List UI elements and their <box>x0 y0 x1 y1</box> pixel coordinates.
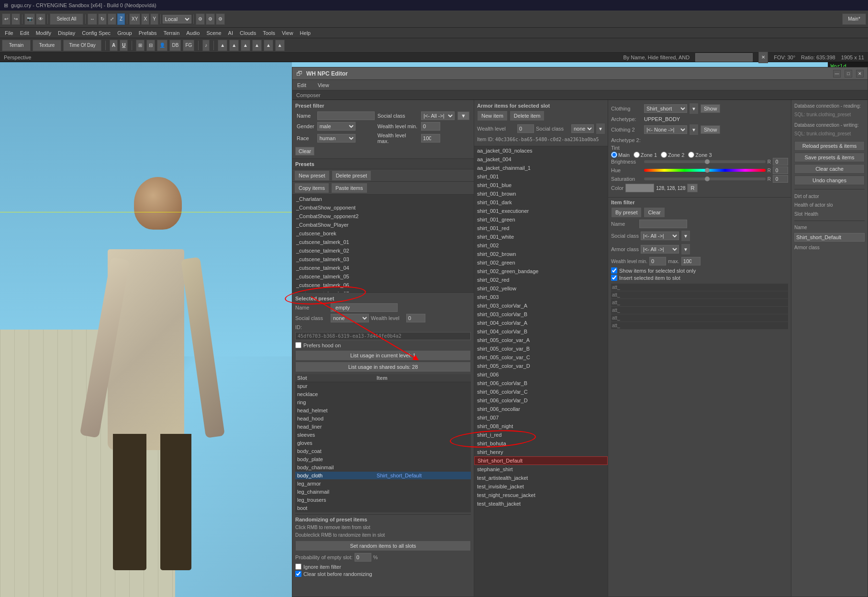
armor-list-item[interactable]: shirt_002 <box>474 241 608 250</box>
armor-social-dropdown[interactable]: ▼ <box>596 123 605 134</box>
brightness-value[interactable] <box>773 158 788 166</box>
delete-item-btn[interactable]: Delete item <box>510 111 545 121</box>
armor-list-item[interactable]: shirt_008_night <box>474 422 608 431</box>
search-input[interactable] <box>695 53 753 62</box>
db-btn[interactable]: DB <box>169 40 181 51</box>
armor-list-item[interactable]: test_stealth_jacket <box>474 499 608 508</box>
preset-list-item[interactable]: _cutscene_talmerk_03 <box>292 255 474 264</box>
select-all-btn[interactable]: Select All <box>50 13 83 25</box>
preset-list-item[interactable]: _CombatShow_Player <box>292 221 474 229</box>
slot-table-row[interactable]: gloves <box>295 439 471 447</box>
redo-btn[interactable]: ↪ <box>11 13 20 25</box>
armor-list-item[interactable]: shirt_003_colorVar_A <box>474 301 608 310</box>
tint-zone3-radio[interactable] <box>688 152 694 158</box>
preset-list-item[interactable]: _cutscene_talmerk_01 <box>292 238 474 246</box>
x-btn[interactable]: X <box>141 13 149 25</box>
armor-list-item[interactable]: shirt_001_white <box>474 232 608 241</box>
armor-list-item[interactable]: shirt_002_yellow <box>474 284 608 293</box>
slot-table-row[interactable]: necklace <box>295 390 471 398</box>
clothing-dropdown[interactable]: ▼ <box>689 103 699 114</box>
reload-presets-btn[interactable]: Reload presets & items <box>794 141 865 151</box>
terrain-tool1[interactable]: A <box>110 40 118 51</box>
menu-modify[interactable]: Modify <box>33 28 54 38</box>
menu-display[interactable]: Display <box>55 28 78 38</box>
camera-btn[interactable]: 📷 <box>24 13 35 25</box>
menu-tools[interactable]: Tools <box>260 28 278 38</box>
xy-btn[interactable]: XY <box>129 13 140 25</box>
prob-value-input[interactable] <box>355 553 371 562</box>
coord-space-select[interactable]: Local <box>163 15 191 23</box>
filter-clear-btn[interactable]: Clear <box>295 147 314 155</box>
preset-list-item[interactable]: _CombatShow_opponent <box>292 203 474 212</box>
armor-name-input[interactable] <box>794 233 865 242</box>
slot-table-row[interactable]: body_clothShirt_short_Default <box>295 472 471 480</box>
search-btn[interactable]: ✕ <box>758 52 768 63</box>
list-usage-btn[interactable]: List usage in current level: 1 <box>295 350 471 361</box>
clothing2-select[interactable]: |<- None ->| <box>644 125 687 134</box>
slot-table-row[interactable]: boot <box>295 504 471 512</box>
slot-table-row[interactable]: body_chainmail <box>295 464 471 472</box>
armor-list-item[interactable]: shirt_006_colorVar_B <box>474 379 608 387</box>
new-item-btn[interactable]: New item <box>477 111 508 121</box>
npc-editor-close[interactable]: ✕ <box>856 70 864 77</box>
armor-list-item[interactable]: test_invisible_jacket <box>474 482 608 491</box>
terrain-btn[interactable]: Terrain <box>2 40 31 51</box>
social-class-filter-select[interactable]: |<- All ->| <box>421 111 455 120</box>
armor-social-select[interactable]: none <box>571 124 594 133</box>
if-armor-class-select[interactable]: |<- All ->| <box>641 245 679 254</box>
delete-preset-btn[interactable]: Delete preset <box>332 170 371 181</box>
clothing-select[interactable]: Shirt_short <box>644 104 687 113</box>
color-r-btn[interactable]: R <box>687 184 698 192</box>
paste-items-btn[interactable]: Paste items <box>331 183 367 193</box>
slot-table-row[interactable]: sleeves <box>295 431 471 439</box>
wealth-min-input[interactable] <box>421 122 440 131</box>
hue-slider[interactable] <box>644 169 766 172</box>
armor-list-item[interactable]: shirt_002_green <box>474 258 608 267</box>
show-selected-check[interactable] <box>611 267 617 274</box>
slot-table-row[interactable]: spur <box>295 382 471 390</box>
note-btn[interactable]: ♪ <box>202 40 210 51</box>
armor-list-item[interactable]: shirt_005_color_var_B <box>474 344 608 353</box>
armor-list-item[interactable]: shirt_006 <box>474 370 608 379</box>
menu-group[interactable]: Group <box>114 28 135 38</box>
menu-ai[interactable]: AI <box>225 28 236 38</box>
armor-list-item[interactable]: shirt_001 <box>474 172 608 181</box>
armor-list-item[interactable]: stephanie_shirt <box>474 465 608 474</box>
time-of-day-btn[interactable]: Time Of Day <box>63 40 101 51</box>
terrain-icon2[interactable]: ⊟ <box>146 40 155 51</box>
name-filter-input[interactable] <box>317 111 375 120</box>
undo-changes-btn[interactable]: Undo changes <box>794 176 865 185</box>
armor-list-item[interactable]: shirt_001_green <box>474 215 608 224</box>
texture-btn[interactable]: Texture <box>33 40 61 51</box>
slot-table-row[interactable]: head_hood <box>295 415 471 423</box>
eye-btn[interactable]: 👁 <box>36 13 45 25</box>
terrain-icon1[interactable]: ⊞ <box>136 40 145 51</box>
slot-table-row[interactable]: head_liner <box>295 423 471 431</box>
tint-main-radio[interactable] <box>611 152 617 158</box>
tri6[interactable]: ▲ <box>275 40 285 51</box>
armor-list-item[interactable]: shirt_006_nocollar <box>474 405 608 413</box>
armor-list-item[interactable]: shirt_004_colorVar_B <box>474 327 608 336</box>
if-social-select[interactable]: |<- All ->| <box>641 232 679 240</box>
armor-list-item[interactable]: shirt_002_brown <box>474 250 608 258</box>
slot-table-row[interactable]: leg_trousers <box>295 496 471 504</box>
preset-list-item[interactable]: _CombatShow_opponent2 <box>292 212 474 221</box>
slot-table-row[interactable]: leg_chainmail <box>295 488 471 496</box>
tools-btn1[interactable]: ⚙ <box>196 13 205 25</box>
race-filter-select[interactable]: human <box>317 134 356 143</box>
preset-list-item[interactable]: _cutscene_talmerk_05 <box>292 272 474 281</box>
tri5[interactable]: ▲ <box>264 40 273 51</box>
armor-list-item[interactable]: shirt_005_color_var_C <box>474 353 608 362</box>
clothing2-dropdown[interactable]: ▼ <box>689 124 699 135</box>
armor-list-item[interactable]: shirt_004_colorVar_A <box>474 319 608 327</box>
insert-selected-check[interactable] <box>611 275 617 281</box>
filter-clear-dropdown[interactable]: ▼ <box>457 111 469 120</box>
preset-list-item[interactable]: _cutscene_talmerk_04 <box>292 264 474 272</box>
save-presets-btn[interactable]: Save presets & items <box>794 153 865 162</box>
ignore-filter-check[interactable] <box>295 564 301 570</box>
tri1[interactable]: ▲ <box>218 40 227 51</box>
move-btn[interactable]: ↔ <box>88 13 97 25</box>
clothing-show-btn[interactable]: Show <box>701 104 721 113</box>
terrain-tool2[interactable]: U <box>120 40 128 51</box>
armor-list-item[interactable]: test_artistealth_jacket <box>474 474 608 482</box>
